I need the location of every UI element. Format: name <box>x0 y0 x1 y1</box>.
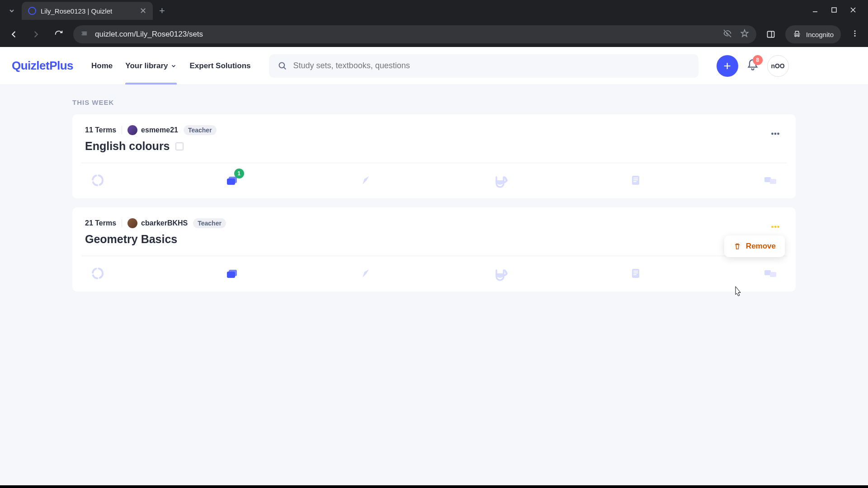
search-icon <box>278 61 287 70</box>
svg-rect-1 <box>832 8 836 12</box>
new-tab-button[interactable]: + <box>153 5 171 17</box>
side-panel-button[interactable] <box>763 26 779 42</box>
remove-menu-item[interactable]: Remove <box>724 235 785 257</box>
teacher-badge: Teacher <box>184 125 217 135</box>
svg-point-8 <box>854 35 856 37</box>
svg-point-25 <box>777 226 779 228</box>
close-tab-icon[interactable]: ✕ <box>140 6 146 16</box>
remove-label: Remove <box>746 242 776 251</box>
author-name: esmeme21 <box>141 126 178 134</box>
chevron-down-icon <box>170 63 177 69</box>
term-count: 21 Terms <box>85 219 116 227</box>
svg-rect-30 <box>633 271 638 272</box>
window-controls <box>812 7 864 15</box>
card-divider <box>81 163 787 163</box>
profile-avatar[interactable]: nOO <box>767 55 789 77</box>
svg-point-11 <box>771 133 774 135</box>
tab-search-button[interactable] <box>4 3 20 19</box>
forward-button[interactable] <box>28 26 44 42</box>
minimize-button[interactable] <box>812 7 818 15</box>
svg-point-3 <box>81 34 82 35</box>
quizlet-logo[interactable]: QuizletPlus <box>12 59 73 73</box>
teacher-badge: Teacher <box>193 218 226 228</box>
mode-test-button[interactable] <box>627 264 645 282</box>
header-actions: + 8 nOO <box>717 55 789 77</box>
incognito-label: Incognito <box>806 31 834 38</box>
incognito-badge[interactable]: Incognito <box>785 25 841 43</box>
meta-divider <box>122 126 122 134</box>
taskbar <box>0 485 868 488</box>
svg-rect-16 <box>227 178 235 185</box>
author-name: cbarkerBKHS <box>141 219 188 227</box>
site-info-icon[interactable] <box>80 29 89 39</box>
svg-point-26 <box>93 268 103 278</box>
close-window-button[interactable] <box>850 7 856 15</box>
nav-expert-solutions[interactable]: Expert Solutions <box>189 47 250 84</box>
trash-icon <box>733 242 741 250</box>
svg-line-10 <box>283 67 285 69</box>
search-input[interactable] <box>293 61 689 70</box>
author-link[interactable]: esmeme21 <box>127 125 178 135</box>
maximize-button[interactable] <box>831 7 837 15</box>
svg-point-6 <box>854 30 856 32</box>
svg-rect-4 <box>768 31 774 37</box>
card-meta: 11 Terms esmeme21 Teacher <box>85 125 783 135</box>
mode-badge: 1 <box>234 169 244 178</box>
svg-rect-20 <box>633 181 637 182</box>
svg-rect-28 <box>227 272 235 278</box>
image-indicator-icon <box>175 142 184 150</box>
study-set-card[interactable]: 11 Terms esmeme21 Teacher English colour… <box>72 114 796 198</box>
browser-toolbar: quizlet.com/Lily_Rose0123/sets Incognito <box>0 22 868 47</box>
browser-chrome: Lily_Rose0123 | Quizlet ✕ + quizlet.com/… <box>0 0 868 47</box>
search-wrap <box>269 54 698 78</box>
create-button[interactable]: + <box>717 55 738 77</box>
nav-library-label: Your library <box>125 61 168 70</box>
mode-cards-button[interactable]: 1 <box>223 171 241 189</box>
nav-library[interactable]: Your library <box>125 47 177 84</box>
url-text: quizlet.com/Lily_Rose0123/sets <box>95 30 717 39</box>
bookmark-star-icon[interactable] <box>740 29 749 40</box>
author-link[interactable]: cbarkerBKHS <box>127 218 188 228</box>
svg-rect-33 <box>764 270 771 275</box>
svg-rect-19 <box>633 179 638 180</box>
study-modes: 1 <box>85 171 783 189</box>
svg-rect-31 <box>633 272 638 273</box>
back-button[interactable] <box>5 26 22 42</box>
svg-rect-22 <box>770 179 776 184</box>
svg-point-7 <box>854 33 856 34</box>
address-bar[interactable]: quizlet.com/Lily_Rose0123/sets <box>73 25 756 43</box>
mode-spell-button[interactable] <box>492 171 510 189</box>
card-meta: 21 Terms cbarkerBKHS Teacher <box>85 218 783 228</box>
section-label: THIS WEEK <box>72 99 796 106</box>
mode-write-button[interactable] <box>358 264 376 282</box>
browser-tab[interactable]: Lily_Rose0123 | Quizlet ✕ <box>22 2 153 20</box>
mode-match-button[interactable] <box>761 171 779 189</box>
svg-rect-32 <box>633 274 637 275</box>
mode-cards-button[interactable] <box>223 264 241 282</box>
meta-divider <box>122 219 122 227</box>
study-modes <box>85 264 783 282</box>
mode-write-button[interactable] <box>358 171 376 189</box>
nav-home[interactable]: Home <box>91 47 113 84</box>
study-set-card[interactable]: 21 Terms cbarkerBKHS Teacher Geometry Ba… <box>72 207 796 291</box>
set-title[interactable]: English colours <box>85 140 783 153</box>
browser-menu-button[interactable] <box>847 29 863 39</box>
card-more-button[interactable] <box>769 221 781 235</box>
search-bar[interactable] <box>269 54 698 78</box>
mode-test-button[interactable] <box>627 171 645 189</box>
mode-learn-button[interactable] <box>89 171 107 189</box>
reload-button[interactable] <box>51 26 67 42</box>
quizlet-favicon <box>28 7 36 15</box>
eye-off-icon[interactable] <box>723 29 732 40</box>
card-more-button[interactable] <box>769 128 781 141</box>
svg-point-14 <box>93 175 103 185</box>
mode-spell-button[interactable] <box>492 264 510 282</box>
author-avatar <box>127 218 137 228</box>
set-title[interactable]: Geometry Basics <box>85 233 783 246</box>
notifications-button[interactable]: 8 <box>746 59 759 73</box>
svg-point-12 <box>774 133 777 135</box>
mode-match-button[interactable] <box>761 264 779 282</box>
mode-learn-button[interactable] <box>89 264 107 282</box>
svg-rect-34 <box>770 272 776 277</box>
svg-point-13 <box>777 133 779 135</box>
